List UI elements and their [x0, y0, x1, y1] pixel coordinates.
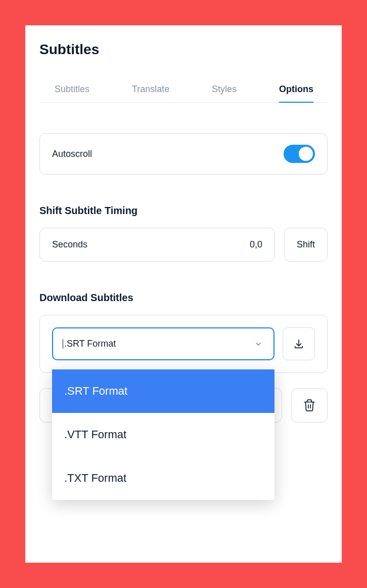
seconds-label: Seconds	[52, 239, 87, 250]
autoscroll-section: Autoscroll	[39, 133, 328, 175]
subtitles-panel: Subtitles Subtitles Translate Styles Opt…	[25, 25, 342, 563]
download-button[interactable]	[283, 327, 315, 360]
dropdown-option-txt[interactable]: .TXT Format	[52, 456, 274, 500]
trash-icon	[303, 399, 316, 412]
seconds-input-group[interactable]: Seconds 0,0	[39, 228, 275, 262]
shift-row: Seconds 0,0 Shift	[39, 228, 328, 262]
toggle-thumb	[299, 147, 313, 161]
shift-heading: Shift Subtitle Timing	[39, 205, 328, 217]
seconds-value: 0,0	[250, 239, 262, 250]
dropdown-option-vtt[interactable]: .VTT Format	[52, 413, 274, 456]
download-heading: Download Subtitles	[39, 292, 328, 304]
download-card: .SRT Format .SRT Format .VTT Format .TXT…	[39, 315, 328, 373]
autoscroll-label: Autoscroll	[52, 149, 92, 159]
format-select-value: .SRT Format	[64, 339, 116, 349]
shift-section: Shift Subtitle Timing Seconds 0,0 Shift	[39, 205, 328, 262]
autoscroll-card: Autoscroll	[39, 133, 328, 175]
tab-subtitles[interactable]: Subtitles	[55, 77, 89, 103]
format-dropdown: .SRT Format .VTT Format .TXT Format	[52, 369, 274, 500]
format-select[interactable]: .SRT Format	[52, 327, 274, 360]
chevron-down-icon	[254, 340, 262, 348]
tabs: Subtitles Translate Styles Options	[39, 77, 328, 103]
download-icon	[293, 339, 304, 350]
dropdown-option-srt[interactable]: .SRT Format	[52, 369, 274, 413]
tab-translate[interactable]: Translate	[132, 77, 169, 103]
tab-styles[interactable]: Styles	[212, 77, 237, 103]
download-section: Download Subtitles .SRT Format .SRT Form…	[39, 292, 328, 423]
delete-button[interactable]	[291, 388, 328, 423]
page-title: Subtitles	[39, 41, 328, 58]
autoscroll-toggle[interactable]	[284, 145, 315, 163]
tab-options[interactable]: Options	[279, 77, 313, 103]
shift-button[interactable]: Shift	[284, 228, 328, 262]
